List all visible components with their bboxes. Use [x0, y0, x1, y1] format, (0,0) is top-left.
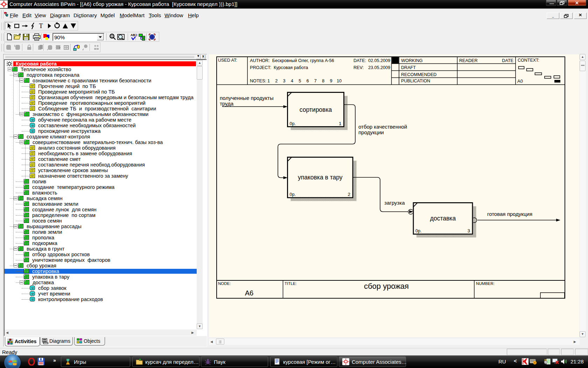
svg-text:A0: A0: [517, 79, 523, 84]
svg-text:02.05.2009: 02.05.2009: [368, 58, 390, 63]
svg-text:PROJECT: Курсовая работа: PROJECT: Курсовая работа: [250, 65, 308, 70]
svg-text:TITLE:: TITLE:: [285, 281, 297, 286]
svg-text:8: 8: [322, 79, 324, 83]
svg-text:0р.: 0р.: [290, 121, 296, 126]
svg-text:6: 6: [307, 79, 309, 83]
svg-text:А6: А6: [245, 289, 253, 297]
svg-text:23.05.2009: 23.05.2009: [368, 65, 390, 70]
svg-text:2: 2: [348, 192, 350, 197]
svg-text:RECOMMENDED: RECOMMENDED: [401, 72, 436, 77]
svg-text:полученные продукты: полученные продукты: [220, 95, 274, 101]
svg-text:READER: READER: [459, 58, 477, 63]
svg-text:CONTEXT:: CONTEXT:: [518, 58, 539, 63]
svg-text:NOTES:: NOTES:: [250, 79, 266, 83]
svg-text:PUBLICATION: PUBLICATION: [401, 79, 430, 83]
svg-text:DATE:: DATE:: [354, 58, 366, 63]
svg-text:упаковка в тару: упаковка в тару: [298, 174, 343, 181]
svg-text:REV:: REV:: [354, 65, 364, 70]
svg-text:отбор качественной: отбор качественной: [358, 124, 407, 130]
svg-text:4: 4: [291, 79, 293, 83]
svg-text:0р.: 0р.: [290, 192, 296, 197]
svg-text:7: 7: [314, 79, 317, 83]
svg-text:3: 3: [467, 228, 470, 233]
svg-text:готовая продукция: готовая продукция: [487, 211, 532, 217]
svg-text:9: 9: [330, 79, 332, 83]
svg-text:1: 1: [267, 79, 270, 83]
svg-text:WORKING: WORKING: [401, 58, 423, 63]
svg-text:сортировка: сортировка: [300, 106, 332, 113]
svg-text:NODE:: NODE:: [218, 281, 231, 286]
svg-text:ABC: ABC: [131, 33, 138, 37]
svg-text:DATE: DATE: [502, 58, 513, 63]
svg-text:труда: труда: [220, 101, 234, 107]
svg-text:загрузка: загрузка: [384, 200, 405, 206]
svg-text:10: 10: [337, 79, 342, 83]
svg-text:NUMBER:: NUMBER:: [476, 281, 495, 286]
svg-text:T: T: [39, 22, 43, 29]
svg-text:продукции: продукции: [358, 129, 384, 135]
svg-text:3: 3: [283, 79, 286, 83]
svg-text:1: 1: [339, 121, 342, 126]
svg-text:сбор урожая: сбор урожая: [364, 282, 409, 291]
svg-text:0р.: 0р.: [415, 229, 421, 233]
svg-text:доставка: доставка: [430, 215, 456, 222]
svg-text:2: 2: [275, 79, 278, 83]
svg-text:AUTHOR: Бескровный Олег, груп: AUTHOR: Бескровный Олег, группа А-56: [250, 58, 334, 63]
svg-text:DRAFT: DRAFT: [401, 65, 416, 70]
svg-text:5: 5: [299, 79, 301, 83]
svg-text:USED AT:: USED AT:: [218, 58, 237, 63]
